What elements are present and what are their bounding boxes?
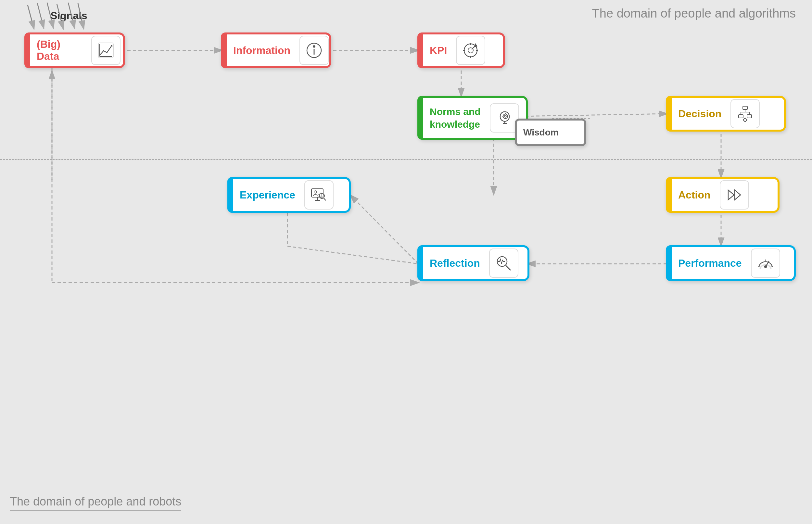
reflection-icon <box>489 248 518 278</box>
svg-marker-62 <box>735 190 741 200</box>
action-icon <box>720 180 749 210</box>
reflection-label: Reflection <box>419 257 486 269</box>
domain-label-bottom: The domain of people and robots <box>10 495 181 511</box>
svg-line-15 <box>350 195 418 264</box>
information-label: Information <box>223 45 297 56</box>
wisdom-node: Wisdom <box>515 118 586 146</box>
big-data-node: (Big) Data <box>24 32 125 68</box>
svg-point-66 <box>765 266 766 268</box>
svg-marker-37 <box>475 44 477 47</box>
decision-icon <box>730 99 760 128</box>
reflection-node: Reflection <box>417 245 529 281</box>
information-icon <box>299 36 329 65</box>
wisdom-label: Wisdom <box>517 127 565 138</box>
experience-label: Experience <box>229 189 302 201</box>
svg-line-64 <box>506 265 511 270</box>
svg-point-40 <box>504 115 507 117</box>
svg-point-39 <box>503 114 508 118</box>
svg-point-29 <box>313 46 315 47</box>
svg-line-2 <box>37 3 44 29</box>
svg-rect-24 <box>98 43 113 58</box>
action-label: Action <box>668 189 717 201</box>
information-node: Information <box>221 32 331 68</box>
performance-node: Performance <box>666 245 796 281</box>
domain-separator <box>0 159 812 160</box>
svg-line-58 <box>324 198 326 200</box>
action-node: Action <box>666 177 780 213</box>
big-data-icon <box>91 36 120 65</box>
norms-node: Norms andknowledge <box>417 96 528 140</box>
svg-rect-59 <box>318 194 319 197</box>
domain-label-top: The domain of people and algorithms <box>592 6 796 20</box>
svg-line-23 <box>287 246 418 264</box>
svg-rect-51 <box>747 115 751 118</box>
svg-line-1 <box>28 5 34 29</box>
experience-icon <box>304 180 334 210</box>
norms-label: Norms andknowledge <box>419 105 487 131</box>
kpi-node: KPI <box>417 32 505 68</box>
decision-node: Decision <box>666 96 786 132</box>
svg-point-56 <box>314 191 317 193</box>
signals-label: Signals <box>50 10 87 22</box>
kpi-label: KPI <box>419 45 453 56</box>
performance-label: Performance <box>668 257 748 269</box>
svg-rect-45 <box>743 106 747 110</box>
svg-rect-50 <box>739 115 743 118</box>
performance-icon <box>751 248 780 278</box>
experience-node: Experience <box>227 177 351 213</box>
svg-marker-61 <box>728 190 734 200</box>
big-data-label: (Big) Data <box>26 38 89 62</box>
svg-marker-52 <box>743 118 747 122</box>
kpi-icon <box>456 36 485 65</box>
decision-label: Decision <box>668 108 728 120</box>
svg-line-10 <box>520 114 667 116</box>
